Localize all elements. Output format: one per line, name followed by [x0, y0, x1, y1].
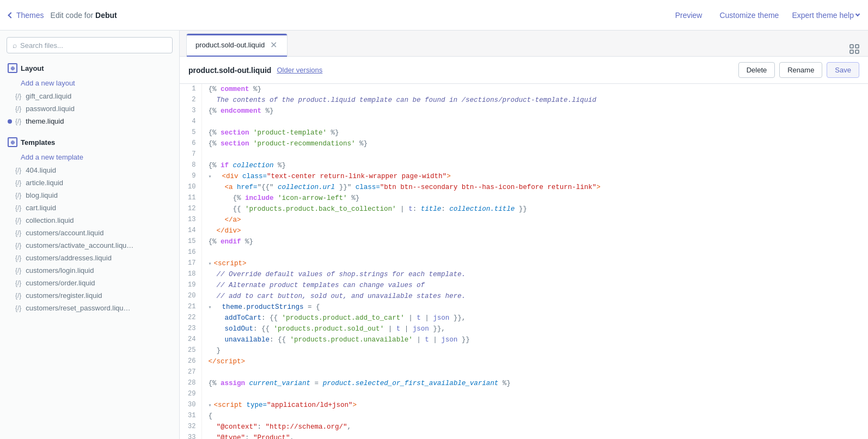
add-template-link[interactable]: Add a new template: [0, 150, 179, 164]
table-row: 11 {% include 'icon-arrow-left' %}: [180, 193, 868, 204]
preview-button[interactable]: Preview: [671, 9, 707, 22]
svg-rect-3: [855, 50, 859, 53]
item-label: theme.liquid: [26, 117, 64, 125]
item-label: customers/account.liquid: [26, 229, 103, 237]
fullscreen-button[interactable]: [847, 42, 861, 56]
item-label: customers/register.liquid: [26, 291, 102, 300]
sidebar-item-register[interactable]: {/} customers/register.liquid: [0, 289, 179, 302]
table-row: 31 {: [180, 411, 868, 422]
sidebar-item-reset-password[interactable]: {/} customers/reset_password.liqu…: [0, 302, 179, 314]
table-row: 17 ▾<script>: [180, 258, 868, 269]
item-label: article.liquid: [26, 179, 63, 187]
item-label: customers/reset_password.liqu…: [26, 304, 130, 312]
delete-button[interactable]: Delete: [738, 62, 775, 78]
search-box: ⌕: [0, 31, 179, 58]
table-row: 30 ▾<script type="application/ld+json">: [180, 400, 868, 411]
sidebar-item-article[interactable]: {/} article.liquid: [0, 176, 179, 189]
table-row: 33 "@type": "Product",: [180, 432, 868, 439]
table-row: 8 {% if collection %}: [180, 160, 868, 171]
table-row: 27: [180, 367, 868, 378]
item-label: customers/addresses.liquid: [26, 254, 112, 262]
templates-section-header: ⊕ Templates: [0, 132, 179, 150]
table-row: 26 </script>: [180, 356, 868, 367]
item-indicator: [8, 243, 12, 248]
item-indicator: [8, 94, 12, 99]
file-tab[interactable]: product.sold-out.liquid ✕: [186, 33, 288, 56]
fullscreen-icon: [849, 44, 859, 54]
svg-rect-1: [855, 45, 859, 48]
sidebar-item-cart[interactable]: {/} cart.liquid: [0, 202, 179, 214]
search-input[interactable]: [20, 41, 167, 50]
sidebar: ⌕ ⊕ Layout Add a new layout {/} gift_car…: [0, 31, 180, 439]
item-label: customers/order.liquid: [26, 279, 95, 287]
save-button[interactable]: Save: [827, 62, 859, 78]
older-versions-link[interactable]: Older versions: [277, 66, 322, 74]
table-row: 20 // add to cart button, sold out, and …: [180, 291, 868, 302]
themes-label: Themes: [16, 11, 44, 20]
table-row: 7: [180, 149, 868, 160]
themes-link[interactable]: Themes: [9, 11, 44, 20]
item-indicator: [8, 168, 12, 173]
item-indicator: [8, 294, 12, 298]
sidebar-item-addresses[interactable]: {/} customers/addresses.liquid: [0, 252, 179, 264]
editor-area: product.sold-out.liquid ✕ product.sold-o…: [180, 31, 868, 439]
tab-bar: product.sold-out.liquid ✕: [180, 31, 868, 57]
tab-active-bar: [187, 34, 287, 35]
sidebar-item-gift-card[interactable]: {/} gift_card.liquid: [0, 90, 179, 102]
topbar: Themes Edit code for Debut Preview Custo…: [0, 0, 868, 31]
main-area: ⌕ ⊕ Layout Add a new layout {/} gift_car…: [0, 31, 868, 439]
sidebar-item-login[interactable]: {/} customers/login.liquid: [0, 264, 179, 277]
sidebar-item-password[interactable]: {/} password.liquid: [0, 102, 179, 115]
code-table: 1 {% comment %} 2 The contents of the pr…: [180, 84, 868, 439]
item-indicator: [8, 206, 12, 210]
svg-rect-2: [850, 50, 853, 53]
rename-button[interactable]: Rename: [779, 62, 822, 78]
search-input-wrap[interactable]: ⌕: [7, 37, 173, 53]
sidebar-item-order[interactable]: {/} customers/order.liquid: [0, 277, 179, 289]
add-layout-link[interactable]: Add a new layout: [0, 76, 179, 90]
sidebar-item-activate[interactable]: {/} customers/activate_account.liqu…: [0, 239, 179, 252]
table-row: 10 <a href="{{" collection.url }}" class…: [180, 182, 868, 193]
sidebar-item-theme[interactable]: {/} theme.liquid: [0, 115, 179, 127]
table-row: 3 {% endcomment %}: [180, 106, 868, 117]
file-name: product.sold-out.liquid: [188, 66, 271, 75]
tab-close-button[interactable]: ✕: [269, 41, 278, 50]
layout-section-icon: ⊕: [8, 63, 17, 73]
table-row: 21 ▾ theme.productStrings = {: [180, 302, 868, 313]
chevron-down-icon: [855, 12, 860, 16]
table-row: 5 {% section 'product-template' %}: [180, 127, 868, 138]
item-label: cart.liquid: [26, 204, 56, 212]
sidebar-item-404[interactable]: {/} 404.liquid: [0, 164, 179, 176]
item-indicator: [8, 119, 12, 124]
templates-section: ⊕ Templates Add a new template {/} 404.l…: [0, 132, 179, 319]
item-indicator: [8, 256, 12, 260]
table-row: 19 // Alternate product templates can ch…: [180, 280, 868, 291]
sidebar-item-collection[interactable]: {/} collection.liquid: [0, 214, 179, 227]
item-indicator: [8, 231, 12, 235]
item-indicator: [8, 181, 12, 185]
table-row: 4: [180, 117, 868, 127]
item-label: customers/login.liquid: [26, 266, 94, 275]
sidebar-item-customers-account[interactable]: {/} customers/account.liquid: [0, 227, 179, 239]
table-row: 16: [180, 247, 868, 258]
table-row: 15 {% endif %}: [180, 236, 868, 247]
item-indicator: [8, 107, 12, 111]
table-row: 2 The contents of the product.liquid tem…: [180, 95, 868, 106]
table-row: 9 ▾ <div class="text-center return-link-…: [180, 171, 868, 182]
table-row: 14 </div>: [180, 225, 868, 236]
table-row: 1 {% comment %}: [180, 84, 868, 95]
table-row: 12 {{ 'products.product.back_to_collecti…: [180, 204, 868, 215]
chevron-left-icon: [8, 12, 14, 18]
item-indicator: [8, 306, 12, 310]
table-row: 6 {% section 'product-recommendations' %…: [180, 138, 868, 149]
expert-help-button[interactable]: Expert theme help: [792, 11, 859, 20]
customize-theme-button[interactable]: Customize theme: [715, 9, 783, 22]
table-row: 22 addToCart: {{ 'products.product.add_t…: [180, 313, 868, 324]
item-indicator: [8, 269, 12, 273]
file-title: product.sold-out.liquid Older versions: [188, 66, 322, 75]
table-row: 28 {% assign current_variant = product.s…: [180, 378, 868, 389]
sidebar-item-blog[interactable]: {/} blog.liquid: [0, 189, 179, 202]
item-label: blog.liquid: [26, 191, 58, 199]
svg-rect-0: [850, 45, 853, 48]
code-editor[interactable]: 1 {% comment %} 2 The contents of the pr…: [180, 84, 868, 439]
